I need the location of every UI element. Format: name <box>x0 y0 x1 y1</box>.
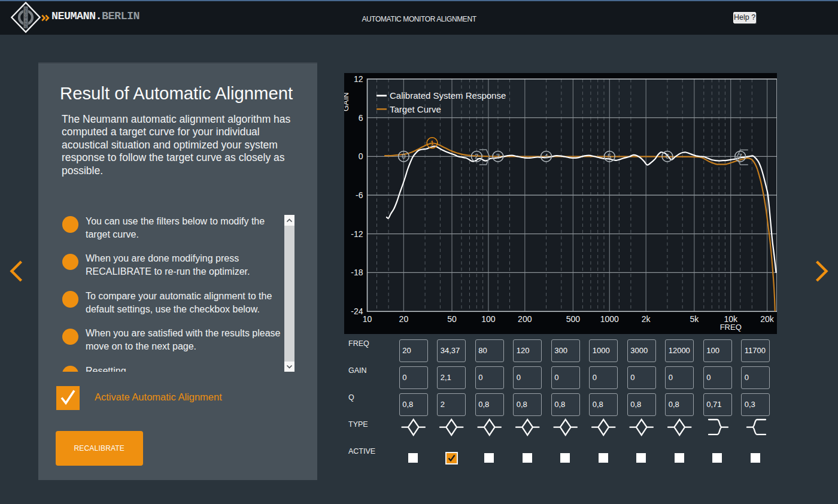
svg-text:-12: -12 <box>351 229 363 239</box>
svg-text:10: 10 <box>363 314 372 324</box>
svg-text:Calibrated System Response: Calibrated System Response <box>390 90 506 101</box>
svg-text:4: 4 <box>544 153 548 160</box>
svg-text:6: 6 <box>666 153 669 160</box>
svg-text:0: 0 <box>359 151 363 161</box>
svg-text:2k: 2k <box>642 314 651 324</box>
svg-text:6: 6 <box>359 113 363 123</box>
svg-text:20: 20 <box>399 314 409 324</box>
svg-text:1000: 1000 <box>600 314 619 324</box>
svg-text:12: 12 <box>354 74 363 84</box>
svg-text:FREQ: FREQ <box>720 323 742 332</box>
svg-text:-24: -24 <box>351 306 363 316</box>
svg-text:Target Curve: Target Curve <box>390 104 441 114</box>
svg-text:20k: 20k <box>760 314 775 324</box>
svg-text:500: 500 <box>566 314 581 324</box>
svg-text:2: 2 <box>475 153 478 160</box>
svg-text:-6: -6 <box>356 190 363 200</box>
svg-text:3: 3 <box>496 153 500 160</box>
svg-text:0: 0 <box>402 153 405 160</box>
svg-text:1: 1 <box>430 139 434 147</box>
svg-text:100: 100 <box>481 314 496 324</box>
svg-text:200: 200 <box>518 314 532 324</box>
svg-text:N: N <box>25 25 27 29</box>
svg-text:GAIN: GAIN <box>344 92 351 111</box>
svg-text:50: 50 <box>447 314 457 324</box>
svg-text:7: 7 <box>738 153 742 160</box>
svg-text:5: 5 <box>608 153 611 160</box>
svg-text:5k: 5k <box>690 314 699 324</box>
svg-text:-18: -18 <box>351 268 363 277</box>
